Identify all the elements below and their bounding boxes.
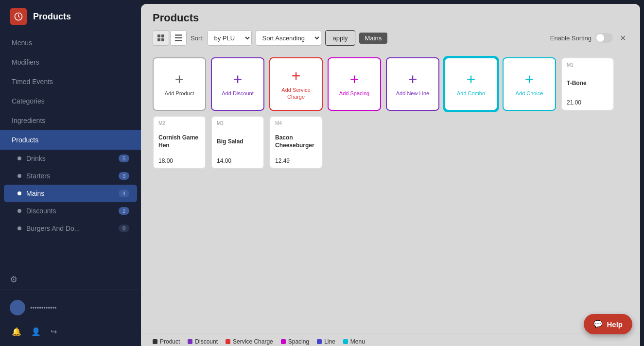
add-choice-label: Add Choice	[516, 90, 543, 97]
drinks-label: Drinks	[26, 155, 46, 162]
burgers-label: Burgers And Do...	[26, 225, 80, 232]
help-button[interactable]: 💬 Help	[584, 314, 632, 334]
add-service-icon: +	[292, 68, 301, 84]
add-spacing-icon: +	[350, 71, 359, 87]
discounts-dot	[17, 209, 21, 213]
grid-view-button[interactable]	[153, 30, 169, 46]
user-row: ••••••••••••	[10, 296, 131, 319]
timed-events-label: Timed Events	[12, 78, 53, 86]
product-card-m2[interactable]: M2 Cornish Game Hen 18.00	[153, 116, 206, 169]
sidebar-header: Products	[0, 0, 141, 33]
settings-row[interactable]: ⚙	[0, 269, 141, 290]
add-spacing-card[interactable]: + Add Spacing	[328, 57, 381, 111]
user-name: ••••••••••••	[30, 304, 57, 311]
add-choice-card[interactable]: + Add Choice	[503, 57, 556, 111]
products-area: + Add Product + Add Discount + Add Servi…	[141, 52, 640, 333]
products-label: Products	[12, 136, 38, 144]
sidebar-sub-item-drinks[interactable]: Drinks 5	[0, 150, 141, 167]
avatar	[10, 300, 25, 315]
legend-dot-menu	[343, 339, 348, 344]
legend-spacing: Spacing	[281, 338, 309, 345]
sort-order-select[interactable]: Sort Ascending Sort Descending	[256, 30, 321, 46]
mains-badge: 4	[119, 190, 129, 197]
product-card-m1[interactable]: M1 T-Bone 21.00	[561, 57, 614, 111]
sidebar-item-products[interactable]: Products	[0, 130, 141, 150]
product-code-m2: M2	[158, 121, 200, 126]
legend-label-menu: Menu	[350, 338, 365, 345]
list-view-button[interactable]	[170, 30, 187, 46]
add-new-line-icon: +	[408, 71, 418, 87]
add-service-charge-card[interactable]: + Add Service Charge	[269, 57, 323, 111]
add-service-label: Add Service Charge	[274, 86, 318, 101]
user-icon[interactable]: 👤	[31, 327, 41, 336]
enable-sorting-toggle[interactable]	[595, 33, 613, 43]
legend-label-service: Service Charge	[233, 338, 273, 345]
legend: Product Discount Service Charge Spacing …	[141, 333, 640, 346]
enable-sorting-group: Enable Sorting ✕	[550, 32, 628, 44]
legend-discount: Discount	[188, 338, 218, 345]
svg-rect-4	[175, 35, 182, 36]
add-combo-icon: +	[467, 71, 476, 87]
svg-rect-5	[175, 37, 182, 39]
add-product-card[interactable]: + Add Product	[153, 57, 206, 111]
add-choice-icon: +	[525, 71, 534, 87]
product-card-m4[interactable]: M4 Bacon Cheeseburger 12.49	[269, 116, 323, 169]
notifications-icon[interactable]: 🔔	[12, 327, 21, 336]
sidebar-sub-item-starters[interactable]: Starters 3	[0, 167, 141, 185]
product-card-m3[interactable]: M3 Big Salad 14.00	[211, 116, 264, 169]
filter-tag: Mains	[359, 33, 388, 44]
bottom-icons: 🔔 👤 ↪	[10, 323, 131, 340]
svg-rect-1	[161, 35, 164, 37]
product-price-m3: 14.00	[217, 157, 259, 164]
product-code-m1: M1	[567, 62, 609, 68]
add-combo-label: Add Combo	[457, 90, 485, 97]
view-toggle	[153, 30, 187, 46]
burgers-dot	[17, 226, 21, 230]
product-price-m4: 12.49	[275, 157, 317, 164]
discounts-badge: 2	[119, 207, 129, 215]
sidebar-sub-item-mains[interactable]: Mains 4	[4, 185, 137, 202]
logout-icon[interactable]: ↪	[51, 327, 57, 336]
add-new-line-label: Add New Line	[396, 90, 430, 97]
add-combo-card[interactable]: + Add Combo	[444, 57, 498, 111]
svg-rect-2	[157, 38, 160, 41]
product-code-m3: M3	[217, 121, 259, 126]
sidebar-item-ingredients[interactable]: Ingredients	[0, 111, 141, 130]
sidebar-sub-item-burgers[interactable]: Burgers And Do... 0	[0, 220, 141, 237]
main-header: Products Sort: by PLU by Name by Price	[141, 4, 640, 52]
starters-badge: 3	[119, 172, 129, 180]
legend-dot-service	[226, 339, 230, 344]
sidebar-bottom: •••••••••••• 🔔 👤 ↪	[0, 290, 141, 346]
sidebar-item-menus[interactable]: Menus	[0, 33, 141, 52]
product-name-m3: Big Salad	[217, 126, 259, 157]
product-code-m4: M4	[275, 121, 317, 126]
product-grid: + Add Product + Add Discount + Add Servi…	[153, 57, 628, 169]
legend-line: Line	[317, 338, 335, 345]
sort-by-select[interactable]: by PLU by Name by Price	[208, 30, 252, 46]
starters-dot	[17, 174, 21, 178]
sort-label: Sort:	[191, 35, 204, 42]
product-name-m1: T-Bone	[567, 68, 609, 99]
add-new-line-card[interactable]: + Add New Line	[386, 57, 439, 111]
sidebar-item-timed-events[interactable]: Timed Events	[0, 72, 141, 91]
close-button[interactable]: ✕	[617, 32, 628, 44]
legend-dot-line	[317, 339, 322, 344]
sidebar-item-modifiers[interactable]: Modifiers	[0, 52, 141, 72]
add-discount-icon: +	[233, 71, 243, 87]
legend-service-charge: Service Charge	[226, 338, 273, 345]
product-price-m1: 21.00	[567, 99, 609, 106]
legend-dot-product	[153, 339, 157, 344]
sidebar-sub-item-discounts[interactable]: Discounts 2	[0, 202, 141, 220]
legend-dot-discount	[188, 339, 192, 344]
product-name-m2: Cornish Game Hen	[158, 126, 200, 157]
add-discount-card[interactable]: + Add Discount	[211, 57, 264, 111]
product-name-m4: Bacon Cheeseburger	[275, 126, 317, 157]
sidebar-item-categories[interactable]: Categories	[0, 91, 141, 111]
settings-icon: ⚙	[10, 274, 17, 285]
starters-label: Starters	[26, 172, 50, 180]
legend-label-line: Line	[324, 338, 335, 345]
legend-menu: Menu	[343, 338, 365, 345]
svg-rect-3	[161, 38, 164, 41]
ingredients-label: Ingredients	[12, 117, 45, 124]
apply-button[interactable]: apply	[325, 30, 355, 46]
